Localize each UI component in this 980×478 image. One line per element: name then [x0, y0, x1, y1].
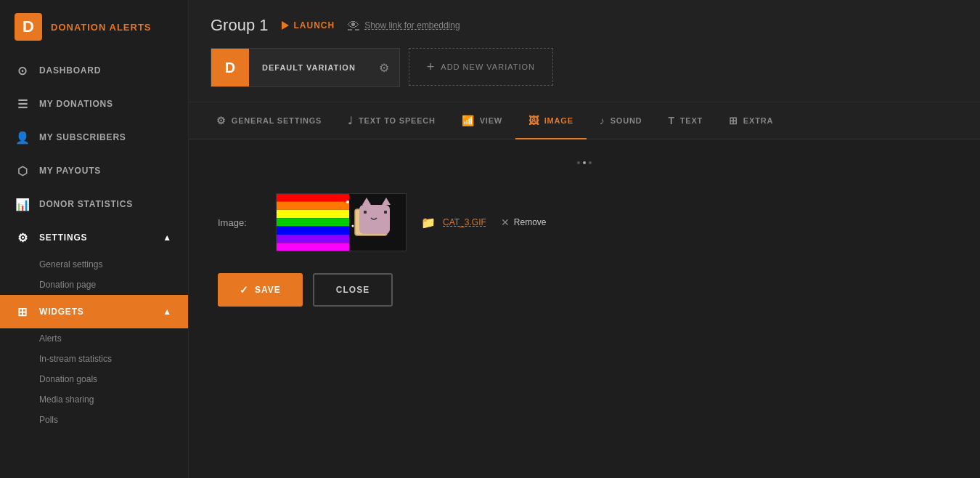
my-subscribers-icon: 👤 [16, 131, 29, 144]
tab-text-to-speech[interactable]: ♩ TEXT TO SPEECH [335, 103, 449, 139]
tabs-bar: ⚙ GENERAL SETTINGS ♩ TEXT TO SPEECH 📶 VI… [189, 102, 980, 139]
variations-row: D DEFAULT VARIATION ⚙ + ADD NEW VARIATIO… [211, 48, 958, 87]
dots-row [218, 161, 951, 164]
content-area: Image: [189, 139, 980, 478]
sidebar-sub-in-stream-statistics[interactable]: In-stream statistics [39, 349, 188, 369]
image-field-label: Image: [218, 217, 261, 228]
variation-label: DEFAULT VARIATION [249, 63, 369, 72]
sidebar-item-label: SETTINGS [39, 232, 87, 243]
default-variation-card[interactable]: D DEFAULT VARIATION ⚙ [211, 48, 400, 87]
sidebar-item-label: MY PAYOUTS [39, 166, 101, 176]
svg-point-15 [352, 225, 354, 227]
tab-label: SOUND [611, 116, 642, 125]
main-content: Group 1 LAUNCH 👁 Show link for embedding… [189, 0, 980, 478]
widgets-icon: ⊞ [16, 305, 29, 318]
dashboard-icon: ⊙ [16, 64, 29, 77]
launch-arrow-icon [282, 21, 289, 30]
sidebar-item-dashboard[interactable]: ⊙ DASHBOARD [0, 54, 188, 87]
settings-sub-nav: General settings Donation page [0, 254, 188, 295]
embed-link-label: Show link for embedding [364, 20, 460, 31]
image-tab-icon: 🖼 [528, 115, 539, 126]
dot-2 [583, 161, 586, 164]
tab-general-settings[interactable]: ⚙ GENERAL SETTINGS [203, 103, 335, 139]
donor-statistics-icon: 📊 [16, 198, 29, 211]
sidebar-item-widgets[interactable]: ⊞ WIDGETS ▲ [0, 295, 188, 328]
sidebar-sub-donation-page[interactable]: Donation page [39, 275, 188, 295]
settings-chevron-icon: ▲ [163, 232, 172, 243]
sidebar-sub-general-settings[interactable]: General settings [39, 254, 188, 275]
dot-1 [577, 161, 580, 164]
group-title: Group 1 [211, 16, 269, 35]
my-donations-icon: ☰ [16, 97, 29, 110]
tab-text[interactable]: T TEXT [655, 103, 716, 139]
check-icon: ✓ [240, 284, 249, 296]
sidebar-item-my-subscribers[interactable]: 👤 MY SUBSCRIBERS [0, 121, 188, 154]
sidebar-sub-media-sharing[interactable]: Media sharing [39, 389, 188, 410]
image-preview [276, 193, 407, 251]
tab-label: TEXT TO SPEECH [359, 116, 436, 125]
logo-icon: D [15, 13, 42, 41]
sidebar-nav: ⊙ DASHBOARD ☰ MY DONATIONS 👤 MY SUBSCRIB… [0, 54, 188, 478]
tts-tab-icon: ♩ [348, 115, 354, 126]
tab-label: IMAGE [544, 116, 573, 125]
general-settings-tab-icon: ⚙ [216, 115, 226, 126]
file-info: 📁 CAT_3.GIF [421, 216, 486, 230]
app-name: DONATION ALERTS [51, 22, 152, 33]
save-button[interactable]: ✓ SAVE [218, 273, 303, 307]
extra-tab-icon: ⊞ [729, 115, 738, 126]
sidebar-sub-alerts[interactable]: Alerts [39, 328, 188, 349]
tab-view[interactable]: 📶 VIEW [449, 103, 515, 139]
remove-button[interactable]: ✕ Remove [501, 216, 547, 228]
text-tab-icon: T [668, 115, 674, 126]
svg-rect-13 [384, 211, 387, 214]
remove-label: Remove [514, 217, 547, 227]
widgets-chevron-icon: ▲ [163, 307, 172, 317]
sidebar-item-label: DONOR STATISTICS [39, 199, 133, 209]
tab-extra[interactable]: ⊞ EXTRA [716, 103, 786, 139]
svg-rect-12 [364, 211, 367, 214]
remove-x-icon: ✕ [501, 216, 510, 228]
top-section: Group 1 LAUNCH 👁 Show link for embedding… [189, 0, 980, 102]
file-icon: 📁 [421, 216, 436, 230]
close-label: CLOSE [336, 285, 369, 295]
action-buttons: ✓ SAVE CLOSE [218, 273, 951, 307]
sidebar-item-label: MY SUBSCRIBERS [39, 132, 126, 142]
sidebar-item-my-payouts[interactable]: ⬡ MY PAYOUTS [0, 154, 188, 187]
tab-label: EXTRA [743, 116, 773, 125]
svg-point-16 [343, 214, 344, 216]
embed-link[interactable]: 👁 Show link for embedding [348, 19, 460, 32]
sidebar-item-label: MY DONATIONS [39, 99, 113, 109]
eye-icon: 👁 [348, 19, 359, 32]
sidebar-item-settings[interactable]: ⚙ SETTINGS ▲ [0, 221, 188, 254]
sidebar: D DONATION ALERTS ⊙ DASHBOARD ☰ MY DONAT… [0, 0, 189, 478]
sidebar-item-label: DASHBOARD [39, 65, 101, 76]
sidebar-item-donor-statistics[interactable]: 📊 DONOR STATISTICS [0, 187, 188, 221]
tab-label: GENERAL SETTINGS [232, 116, 322, 125]
settings-icon: ⚙ [16, 231, 29, 244]
variation-thumb: D [211, 49, 249, 86]
sidebar-sub-donation-goals[interactable]: Donation goals [39, 369, 188, 389]
tab-label: VIEW [480, 116, 502, 125]
nyan-cat-svg [277, 193, 406, 251]
sidebar-item-my-donations[interactable]: ☰ MY DONATIONS [0, 87, 188, 121]
image-row: Image: [218, 193, 951, 251]
sidebar-sub-polls[interactable]: Polls [39, 410, 188, 430]
add-variation-label: ADD NEW VARIATION [441, 62, 535, 71]
tab-sound[interactable]: ♪ SOUND [587, 103, 656, 139]
launch-button[interactable]: LAUNCH [282, 20, 335, 31]
add-plus-icon: + [427, 60, 436, 75]
group-header: Group 1 LAUNCH 👁 Show link for embedding [211, 16, 958, 35]
save-label: SAVE [255, 285, 281, 295]
variation-gear-icon[interactable]: ⚙ [369, 61, 399, 75]
launch-label: LAUNCH [294, 20, 335, 31]
svg-point-14 [346, 200, 349, 203]
tab-label: TEXT [680, 116, 703, 125]
widgets-sub-nav: Alerts In-stream statistics Donation goa… [0, 328, 188, 430]
sound-tab-icon: ♪ [600, 115, 605, 126]
file-name[interactable]: CAT_3.GIF [443, 217, 486, 227]
logo-area: D DONATION ALERTS [0, 0, 188, 54]
close-button[interactable]: CLOSE [313, 273, 393, 307]
add-variation-button[interactable]: + ADD NEW VARIATION [409, 48, 553, 86]
view-tab-icon: 📶 [462, 115, 475, 126]
tab-image[interactable]: 🖼 IMAGE [515, 103, 587, 139]
